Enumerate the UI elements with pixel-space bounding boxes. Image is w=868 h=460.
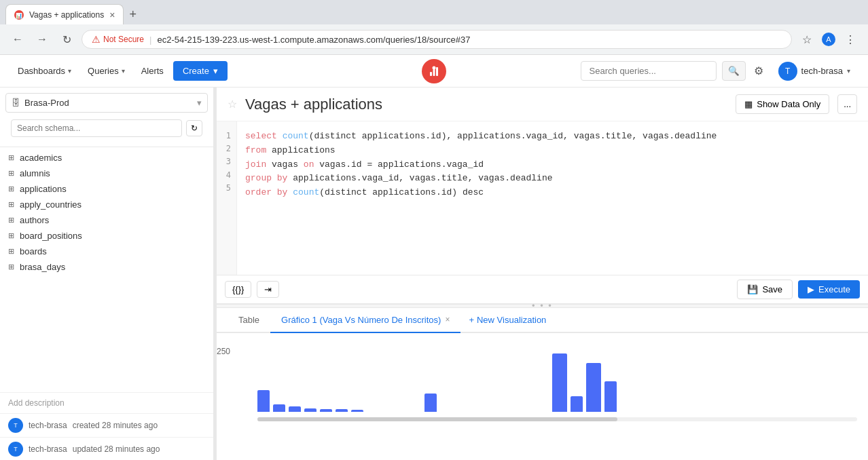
bar-chart [228, 351, 857, 412]
schema-item-label: board_positions [20, 231, 82, 241]
user-avatar-sm: T [8, 418, 23, 433]
table-icon: ⊞ [8, 247, 14, 256]
user-avatar: T [778, 62, 797, 81]
dashboards-label: Dashboards [18, 66, 65, 76]
sidebar-top: 🗄 Brasa-Prod ▾ ↻ [0, 88, 213, 147]
new-tab-button[interactable]: + [124, 5, 142, 24]
viz-tab-inner: Gráfico 1 (Vaga Vs Número De Inscritos) … [281, 315, 450, 325]
new-visualization-tab[interactable]: + New Visualization [460, 308, 554, 332]
more-options-button[interactable]: ... [837, 94, 857, 114]
chart-bar [604, 381, 617, 412]
schema-search-input[interactable] [11, 119, 182, 137]
add-description[interactable]: Add description [0, 392, 213, 413]
alerts-nav-item[interactable]: Alerts [134, 62, 170, 80]
profile-button[interactable]: A [819, 30, 838, 49]
datasource-selector[interactable]: 🗄 Brasa-Prod ▾ [5, 93, 208, 113]
refresh-icon: ↻ [191, 123, 198, 133]
schema-item-alumnis[interactable]: ⊞ alumnis [0, 166, 213, 181]
database-icon: 🗄 [12, 98, 20, 108]
plus-icon: + [469, 315, 474, 325]
url-bar[interactable]: ⚠ Not Secure | ec2-54-215-139-223.us-wes… [82, 30, 792, 49]
table-tab[interactable]: Table [228, 308, 270, 333]
chart-bar [424, 394, 437, 412]
table-icon: ⊞ [8, 231, 14, 240]
datasource-chevron-icon: ▾ [197, 98, 202, 108]
alerts-label: Alerts [141, 66, 164, 76]
table-icon: ⊞ [8, 216, 14, 225]
user-name: tech-brasa [801, 66, 843, 76]
schema-item-brasa-days[interactable]: ⊞ brasa_days [0, 259, 213, 273]
schema-item-label: applications [20, 184, 67, 194]
favorite-button[interactable]: ☆ [228, 98, 237, 111]
queries-label: Queries [88, 66, 119, 76]
chart-bar [552, 353, 567, 412]
code-editor[interactable]: 1 2 3 4 5 select count(distinct applicat… [217, 121, 868, 275]
forward-button[interactable]: → [33, 30, 52, 49]
line-num-4: 4 [222, 169, 231, 182]
browser-more-button[interactable]: ⋮ [841, 30, 860, 49]
settings-button[interactable]: ⚙ [751, 62, 766, 80]
line-num-1: 1 [222, 130, 231, 142]
bookmark-button[interactable]: ☆ [797, 30, 816, 49]
table-small-icon: ▦ [744, 99, 753, 109]
table-icon: ⊞ [8, 263, 14, 271]
indent-button[interactable]: ⇥ [257, 281, 279, 298]
not-secure-text: Not Secure [103, 35, 144, 44]
save-icon: 💾 [747, 284, 758, 294]
save-label: Save [762, 284, 782, 294]
user-updated-row: T tech-brasa updated 28 minutes ago [0, 437, 213, 460]
save-button[interactable]: 💾 Save [737, 280, 793, 299]
svg-rect-3 [430, 72, 432, 76]
schema-item-board-positions[interactable]: ⊞ board_positions [0, 228, 213, 244]
search-button[interactable]: 🔍 [722, 61, 746, 81]
create-label: Create [183, 66, 209, 76]
svg-rect-4 [433, 69, 435, 76]
create-button[interactable]: Create ▾ [173, 61, 228, 81]
execute-button[interactable]: ▶ Execute [798, 280, 860, 299]
tab-favicon: 📊 [14, 10, 24, 20]
schema-item-academics[interactable]: ⊞ academics [0, 150, 213, 166]
schema-item-applications[interactable]: ⊞ applications [0, 181, 213, 197]
schema-item-authors[interactable]: ⊞ authors [0, 212, 213, 228]
x-axis-scrollbar[interactable] [257, 417, 857, 421]
sidebar: 🗄 Brasa-Prod ▾ ↻ ⊞ academics ⊞ alumnis [0, 88, 214, 460]
line-num-3: 3 [222, 155, 231, 168]
chart-bar [320, 409, 332, 412]
queries-nav-item[interactable]: Queries ▾ [81, 62, 132, 80]
active-tab[interactable]: 📊 Vagas + applications × [5, 4, 124, 24]
scrollbar-track [257, 417, 857, 421]
viz-tab-close-icon[interactable]: × [445, 315, 450, 324]
show-data-button[interactable]: ▦ Show Data Only [736, 94, 829, 114]
table-icon: ⊞ [8, 169, 14, 178]
search-area: 🔍 ⚙ T tech-brasa ▾ [581, 59, 857, 83]
tab-close-icon[interactable]: × [109, 9, 115, 20]
schema-search-row: ↻ [5, 115, 208, 141]
browser-chrome: 📊 Vagas + applications × + ← → ↻ ⚠ Not S… [0, 0, 868, 55]
line-num-5: 5 [222, 182, 231, 195]
line-numbers: 1 2 3 4 5 [217, 121, 237, 275]
chart-area: 250 [217, 333, 868, 457]
viz-tab[interactable]: Gráfico 1 (Vaga Vs Número De Inscritos) … [270, 308, 460, 333]
code-content[interactable]: select count(distinct applications.id), … [237, 121, 868, 275]
dashboards-nav-item[interactable]: Dashboards ▾ [11, 62, 78, 80]
queries-chevron-icon: ▾ [122, 67, 125, 75]
reload-button[interactable]: ↻ [57, 30, 76, 49]
tab-bar: 📊 Vagas + applications × + [0, 0, 868, 24]
chart-bar [351, 410, 363, 412]
main-layout: 🗄 Brasa-Prod ▾ ↻ ⊞ academics ⊞ alumnis [0, 88, 868, 460]
schema-item-apply-countries[interactable]: ⊞ apply_countries [0, 197, 213, 212]
schema-item-label: authors [20, 215, 49, 225]
url-text: ec2-54-215-139-223.us-west-1.compute.ama… [157, 35, 782, 45]
user1-name: tech-brasa [29, 421, 67, 430]
schema-item-boards[interactable]: ⊞ boards [0, 244, 213, 259]
scrollbar-thumb [257, 417, 617, 421]
svg-text:📊: 📊 [16, 12, 22, 18]
tab-title: Vagas + applications [29, 10, 104, 20]
schema-item-label: boards [20, 246, 47, 256]
back-button[interactable]: ← [8, 30, 27, 49]
schema-refresh-button[interactable]: ↻ [186, 120, 202, 136]
format-button[interactable]: {{}} [225, 281, 251, 298]
user-menu[interactable]: T tech-brasa ▾ [772, 59, 857, 83]
schema-item-label: apply_countries [20, 199, 82, 210]
search-input[interactable] [581, 61, 717, 81]
